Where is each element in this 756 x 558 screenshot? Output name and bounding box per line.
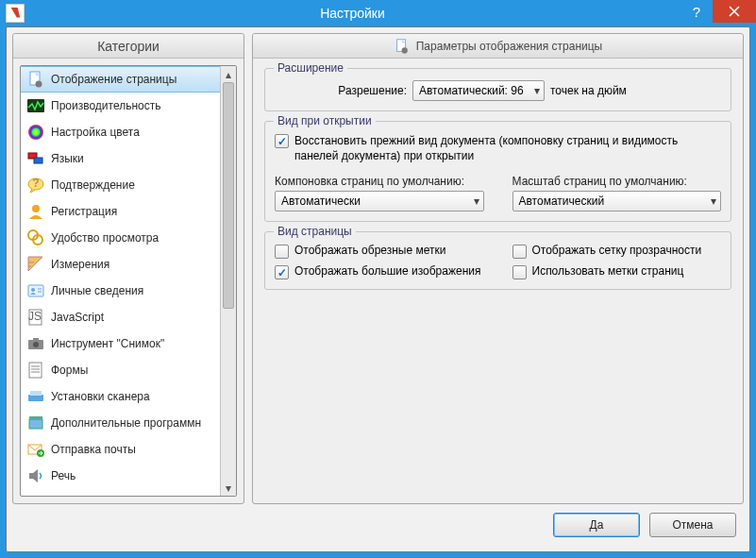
page-labels-label: Использовать метки страниц — [532, 264, 684, 278]
resolution-select[interactable]: Автоматический: 96 ▾ — [412, 80, 545, 101]
layout-select[interactable]: Автоматически ▾ — [275, 191, 484, 211]
large-images-checkbox[interactable]: Отображать большие изображения — [275, 264, 484, 279]
sidebar-item-label: Измерения — [51, 258, 109, 271]
sidebar-item-label: Формы — [51, 364, 88, 377]
checkbox-icon — [275, 245, 289, 259]
restore-view-checkbox[interactable]: Восстановить прежний вид документа (комп… — [275, 133, 721, 163]
sidebar-item-javascript[interactable]: JS JavaScript — [21, 304, 220, 330]
confirm-icon: ? — [26, 176, 45, 194]
chevron-down-icon: ▾ — [474, 194, 479, 208]
chevron-down-icon: ▾ — [711, 194, 716, 208]
sidebar-item-identity[interactable]: Личные сведения — [21, 278, 220, 304]
page-labels-checkbox[interactable]: Использовать метки страниц — [512, 264, 722, 279]
scroll-track[interactable] — [221, 82, 236, 480]
chevron-down-icon: ▾ — [534, 84, 540, 97]
checkbox-icon — [275, 134, 289, 148]
sidebar-item-label: Установки сканера — [51, 390, 150, 403]
restore-view-label: Восстановить прежний вид документа (комп… — [294, 133, 721, 163]
speech-icon — [26, 466, 45, 485]
layout-label: Компоновка страниц по умолчанию: — [275, 175, 484, 188]
close-button[interactable] — [713, 0, 756, 23]
checkbox-icon — [275, 265, 289, 279]
resolution-value: Автоматический: 96 — [419, 84, 524, 97]
sidebar-item-label: Настройка цвета — [51, 126, 140, 139]
sidebar-item-scanner[interactable]: Установки сканера — [21, 383, 220, 410]
cancel-button[interactable]: Отмена — [649, 513, 736, 537]
zoom-value: Автоматический — [519, 194, 605, 208]
svg-text:?: ? — [32, 177, 39, 190]
categories-scrollbar[interactable]: ▴ ▾ — [220, 66, 236, 496]
sidebar-item-color[interactable]: Настройка цвета — [21, 119, 220, 145]
js-icon: JS — [26, 308, 45, 327]
sidebar-item-forms[interactable]: Формы — [21, 357, 220, 383]
sidebar-item-measure[interactable]: Измерения — [21, 251, 220, 278]
sidebar-item-label: Инструмент "Снимок" — [51, 337, 164, 350]
svg-point-1 — [36, 81, 42, 88]
categories-panel: Категории Отображение страницы Производи… — [12, 33, 244, 504]
titlebar: Настройки ? — [0, 0, 756, 26]
group-page-view: Вид страницы Отображать обрезные метки О… — [264, 231, 731, 290]
content-title: Параметры отображения страницы — [416, 40, 603, 53]
scroll-down-button[interactable]: ▾ — [221, 480, 236, 496]
resolution-label: Разрешение: — [331, 84, 407, 97]
sidebar-item-speech[interactable]: Речь — [21, 463, 220, 489]
svg-point-31 — [401, 47, 407, 53]
window-title: Настройки — [25, 6, 680, 21]
categories-list: Отображение страницы Производительность … — [21, 66, 220, 496]
group-extension-legend: Расширение — [274, 61, 347, 75]
crop-marks-checkbox[interactable]: Отображать обрезные метки — [275, 244, 484, 259]
identity-icon — [26, 281, 45, 300]
zoom-select[interactable]: Автоматический ▾ — [512, 191, 722, 211]
sidebar-item-label: Регистрация — [51, 205, 117, 218]
zoom-label: Масштаб страниц по умолчанию: — [512, 175, 722, 188]
ok-button[interactable]: Да — [553, 513, 640, 537]
checkbox-icon — [512, 245, 527, 259]
sidebar-item-label: Языки — [51, 152, 84, 165]
sidebar-item-page-display[interactable]: Отображение страницы — [21, 66, 220, 93]
svg-rect-11 — [28, 285, 43, 296]
sidebar-item-confirm[interactable]: ? Подтверждение — [21, 172, 220, 198]
mail-icon — [26, 440, 45, 459]
sidebar-item-snapshot[interactable]: Инструмент "Снимок" — [21, 330, 220, 357]
page-display-icon — [394, 38, 411, 55]
scroll-up-button[interactable]: ▴ — [221, 66, 236, 82]
dialog-buttons: Да Отмена — [12, 504, 744, 546]
scroll-thumb[interactable] — [223, 82, 234, 309]
layout-value: Автоматически — [281, 194, 361, 208]
transparency-grid-checkbox[interactable]: Отображать сетку прозрачности — [512, 244, 722, 259]
sidebar-item-label: Отправка почты — [51, 443, 136, 456]
sidebar-item-label: Удобство просмотра — [51, 231, 159, 245]
svg-rect-26 — [29, 419, 42, 429]
sidebar-item-register[interactable]: Регистрация — [21, 198, 220, 225]
sidebar-item-label: Отображение страницы — [51, 73, 176, 86]
content-panel: Параметры отображения страницы Расширени… — [252, 33, 744, 504]
dialog-body: Категории Отображение страницы Производи… — [6, 26, 750, 552]
sidebar-item-addons[interactable]: Дополнительные программн — [21, 410, 220, 436]
help-button[interactable]: ? — [680, 0, 713, 23]
crop-marks-label: Отображать обрезные метки — [294, 244, 445, 257]
sidebar-item-languages[interactable]: Языки — [21, 145, 220, 172]
svg-rect-27 — [29, 416, 42, 420]
sidebar-item-performance[interactable]: Производительность — [21, 93, 220, 119]
group-page-view-legend: Вид страницы — [274, 225, 356, 238]
svg-point-18 — [33, 342, 39, 347]
addons-icon — [26, 414, 45, 432]
languages-icon — [26, 149, 45, 168]
app-icon — [6, 4, 25, 23]
svg-rect-24 — [28, 395, 43, 401]
group-extension: Расширение Разрешение: Автоматический: 9… — [264, 68, 731, 111]
content-header: Параметры отображения страницы — [253, 34, 743, 59]
sidebar-item-label: Личные сведения — [51, 284, 143, 297]
resolution-unit: точек на дюйм — [550, 84, 627, 97]
sidebar-item-accessibility[interactable]: Удобство просмотра — [21, 225, 220, 251]
large-images-label: Отображать большие изображения — [294, 264, 480, 278]
performance-icon — [26, 96, 45, 115]
scanner-icon — [26, 387, 45, 406]
sidebar-item-label: JavaScript — [51, 311, 104, 324]
sidebar-item-ocr[interactable]: OCR OCR — [21, 489, 220, 496]
forms-icon — [26, 361, 45, 380]
sidebar-item-mail[interactable]: Отправка почты — [21, 436, 220, 463]
svg-rect-20 — [29, 363, 42, 378]
svg-rect-25 — [30, 391, 42, 396]
sidebar-item-label: Дополнительные программн — [51, 416, 201, 430]
